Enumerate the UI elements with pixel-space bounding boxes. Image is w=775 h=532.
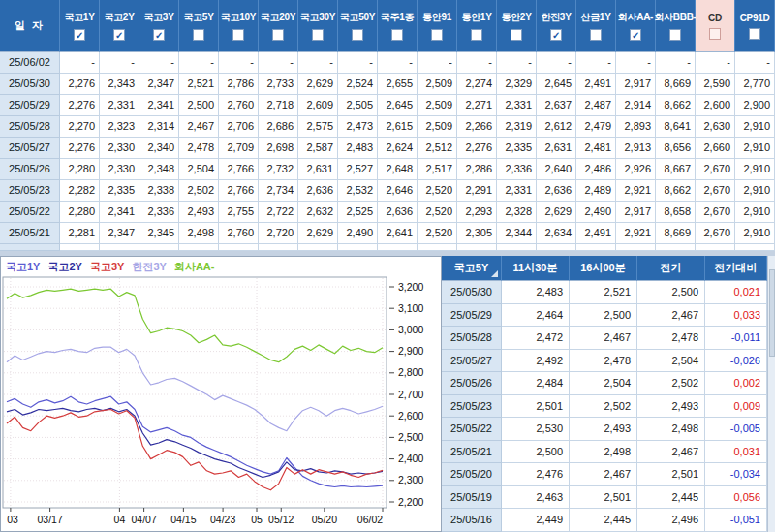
- column-header-국주1종[interactable]: 국주1종: [378, 0, 418, 52]
- column-header-산금1Y[interactable]: 산금1Y: [576, 0, 616, 52]
- table-cell: 8,662: [656, 180, 696, 202]
- table-row: 25/05/222,2802,3412,3362,4932,7552,7222,…: [0, 202, 775, 223]
- table-cell: 2,517: [418, 159, 457, 180]
- ktb5y-cell-diff: -0,026: [705, 350, 767, 373]
- column-header-회사BBB-[interactable]: 회사BBB-: [656, 0, 696, 52]
- table-cell: -: [616, 52, 656, 74]
- right-table-scrollbar[interactable]: [767, 256, 775, 532]
- column-checkbox-CP91D[interactable]: [749, 28, 760, 40]
- ktb5y-cell-date: 25/05/22: [442, 418, 502, 441]
- table-cell: 2,624: [378, 138, 418, 159]
- column-checkbox-통안91[interactable]: [431, 29, 443, 41]
- column-header-label: 산금1Y: [580, 11, 610, 24]
- table-cell: [298, 244, 338, 251]
- table-cell: 8,656: [656, 138, 696, 159]
- column-checkbox-회사AA-[interactable]: ✓: [630, 29, 641, 41]
- column-checkbox-국고10Y[interactable]: [232, 29, 244, 41]
- column-checkbox-회사BBB-[interactable]: [669, 29, 681, 41]
- table-cell: 2,490: [576, 202, 616, 223]
- y-axis-label: 2,800: [398, 366, 423, 378]
- ktb5y-cell-t1600: 2,500: [570, 304, 637, 328]
- column-checkbox-국고1Y[interactable]: ✓: [74, 29, 85, 41]
- ktb5y-header-국고5Y[interactable]: 국고5Y: [442, 256, 502, 281]
- column-checkbox-한전3Y[interactable]: ✓: [550, 29, 562, 41]
- ktb5y-cell-diff: 0,002: [705, 372, 767, 395]
- column-header-CD[interactable]: CD: [696, 0, 735, 52]
- column-header-label: 국고1Y: [64, 11, 94, 24]
- ktb5y-cell-prev: 2,467: [637, 441, 705, 464]
- table-cell: [140, 244, 179, 251]
- column-header-국고10Y[interactable]: 국고10Y: [219, 0, 259, 52]
- row-date: 25/05/30: [0, 74, 60, 95]
- table-cell: -: [259, 52, 298, 74]
- column-checkbox-통안1Y[interactable]: [471, 29, 482, 41]
- table-cell: 2,893: [616, 116, 656, 138]
- column-checkbox-국고20Y[interactable]: [272, 29, 284, 41]
- table-cell: -: [298, 52, 338, 74]
- column-checkbox-CD[interactable]: [709, 28, 721, 40]
- ktb5y-table-main: 국고5Y11시30분16시00분전기전기대비 25/05/302,4832,52…: [442, 256, 767, 532]
- table-cell: 2,473: [338, 116, 378, 138]
- column-header-label: 통안2Y: [501, 11, 531, 24]
- column-header-통안91[interactable]: 통안91: [418, 0, 457, 52]
- table-cell: 2,341: [100, 202, 140, 223]
- table-cell: 2,720: [259, 223, 298, 244]
- column-header-회사AA-[interactable]: 회사AA-✓: [616, 0, 656, 52]
- table-cell: 8,667: [656, 159, 696, 180]
- column-header-label: 회사AA-: [618, 11, 653, 24]
- table-cell: 2,733: [259, 74, 298, 95]
- column-checkbox-국고30Y[interactable]: [312, 29, 324, 41]
- table-cell: 2,631: [537, 138, 576, 159]
- ktb5y-cell-date: 25/05/21: [442, 441, 502, 464]
- table-cell: 2,498: [179, 223, 219, 244]
- ktb5y-cell-prev: 2,445: [637, 486, 705, 510]
- column-header-국고50Y[interactable]: 국고50Y: [338, 0, 378, 52]
- table-cell: 2,276: [457, 138, 497, 159]
- table-cell: 2,319: [497, 116, 537, 138]
- table-cell: 2,755: [219, 202, 259, 223]
- legend-item-국고3Y: 국고3Y: [90, 260, 124, 275]
- column-header-국고3Y[interactable]: 국고3Y✓: [140, 0, 179, 52]
- table-cell: 8,658: [656, 202, 696, 223]
- ktb5y-cell-prev: 2,478: [637, 327, 705, 350]
- row-date: 25/05/21: [0, 223, 60, 244]
- column-checkbox-통안2Y[interactable]: [511, 29, 522, 41]
- table-cell: 2,587: [298, 138, 338, 159]
- column-header-통안1Y[interactable]: 통안1Y: [457, 0, 497, 52]
- ktb5y-header-11시30분[interactable]: 11시30분: [502, 256, 570, 281]
- column-checkbox-국고3Y[interactable]: ✓: [153, 29, 165, 41]
- table-cell: 2,709: [219, 138, 259, 159]
- ktb5y-cell-diff: 0,033: [705, 304, 767, 328]
- ktb5y-cell-diff: 0,056: [705, 486, 767, 510]
- ktb5y-cell-diff: -0,051: [705, 509, 767, 532]
- ktb5y-header-전기[interactable]: 전기: [637, 256, 705, 281]
- column-header-국고30Y[interactable]: 국고30Y: [298, 0, 338, 52]
- bond-yields-table-body: 25/06/02------------------25/05/302,2762…: [0, 52, 775, 251]
- column-header-국고5Y[interactable]: 국고5Y: [179, 0, 219, 52]
- table-cell: 2,636: [378, 202, 418, 223]
- ktb5y-header-전기대비[interactable]: 전기대비: [705, 256, 767, 281]
- scrollbar-thumb[interactable]: [769, 269, 775, 357]
- column-header-통안2Y[interactable]: 통안2Y: [497, 0, 537, 52]
- column-checkbox-국고5Y[interactable]: [193, 29, 204, 41]
- column-checkbox-국고2Y[interactable]: ✓: [113, 29, 125, 41]
- ktb5y-cell-t1130: 2,472: [502, 327, 570, 350]
- ktb5y-cell-diff: -0,034: [705, 463, 767, 486]
- column-header-한전3Y[interactable]: 한전3Y✓: [537, 0, 576, 52]
- column-header-국고1Y[interactable]: 국고1Y✓: [60, 0, 100, 52]
- column-header-국고20Y[interactable]: 국고20Y: [259, 0, 298, 52]
- column-checkbox-산금1Y[interactable]: [590, 29, 602, 41]
- column-checkbox-국고50Y[interactable]: [352, 29, 363, 41]
- table-cell: -: [735, 52, 775, 74]
- table-cell: 2,280: [60, 159, 100, 180]
- table-cell: 2,634: [537, 223, 576, 244]
- column-header-CP91D[interactable]: CP91D: [735, 0, 775, 52]
- ktb5y-row: 25/05/282,4722,4672,478-0,011: [442, 327, 767, 350]
- table-cell: 2,335: [100, 180, 140, 202]
- ktb5y-header-16시00분[interactable]: 16시00분: [570, 256, 637, 281]
- table-cell: 2,286: [457, 159, 497, 180]
- column-checkbox-국주1종[interactable]: [391, 29, 403, 41]
- column-header-국고2Y[interactable]: 국고2Y✓: [100, 0, 140, 52]
- table-cell: 2,520: [418, 180, 457, 202]
- table-row: 25/05/282,2702,3232,3142,4672,7062,6862,…: [0, 116, 775, 138]
